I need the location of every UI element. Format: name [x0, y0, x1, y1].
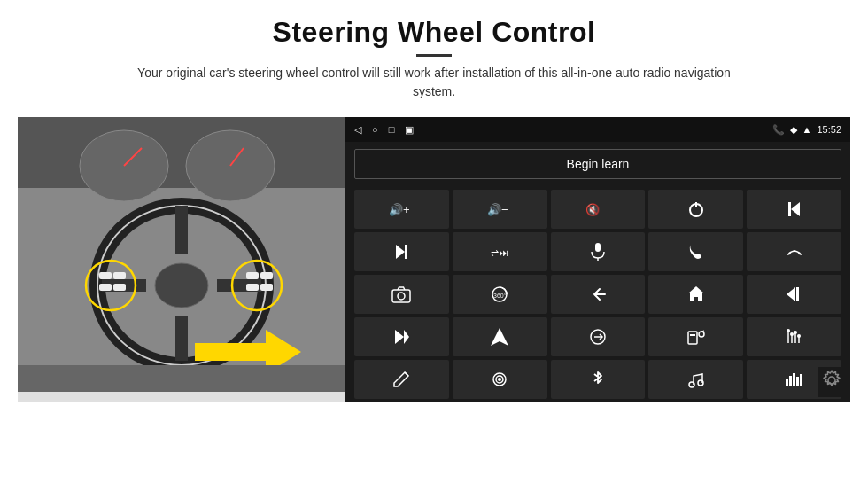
svg-marker-30 — [791, 202, 800, 216]
svg-point-58 — [794, 331, 797, 334]
svg-marker-46 — [491, 328, 508, 346]
skip-end-button[interactable] — [354, 317, 449, 356]
svg-point-38 — [398, 293, 405, 300]
svg-rect-21 — [260, 272, 273, 279]
svg-text:🔊−: 🔊− — [487, 202, 508, 217]
status-bar: ◁ ○ □ ▣ 📞 ◆ ▲ 15:52 — [345, 117, 850, 142]
svg-marker-45 — [404, 330, 409, 344]
svg-point-59 — [797, 334, 801, 338]
camera-button[interactable] — [354, 275, 449, 314]
svg-rect-20 — [246, 284, 259, 291]
svg-text:⇌⏭: ⇌⏭ — [491, 247, 508, 258]
svg-text:🔊+: 🔊+ — [389, 202, 410, 217]
begin-learn-row: Begin learn — [345, 142, 850, 186]
svg-rect-43 — [796, 287, 799, 301]
music-button[interactable]: * — [648, 360, 743, 399]
svg-rect-68 — [789, 376, 792, 386]
svg-rect-49 — [690, 334, 695, 336]
svg-rect-17 — [113, 272, 126, 279]
begin-learn-button[interactable]: Begin learn — [354, 149, 841, 179]
svg-rect-22 — [260, 284, 273, 291]
content-row: ◁ ○ □ ▣ 📞 ◆ ▲ 15:52 Begin learn — [18, 117, 850, 402]
gear-icon — [820, 369, 843, 392]
svg-point-57 — [790, 332, 794, 336]
360-button[interactable]: 360° — [453, 275, 547, 314]
svg-point-56 — [787, 329, 790, 332]
location-status-icon: ◆ — [790, 124, 797, 136]
svg-line-51 — [701, 331, 704, 332]
record-button[interactable] — [453, 360, 547, 399]
svg-rect-19 — [246, 272, 259, 279]
back-icon[interactable]: ◁ — [354, 124, 361, 136]
svg-rect-15 — [99, 272, 112, 279]
status-left: ◁ ○ □ ▣ — [354, 124, 414, 136]
hangup-button[interactable] — [747, 232, 841, 271]
phone-status-icon: 📞 — [772, 124, 785, 136]
mute-button[interactable]: 🔇 — [551, 190, 646, 229]
svg-rect-18 — [113, 284, 126, 291]
equalizer-button[interactable] — [747, 317, 841, 356]
svg-rect-37 — [392, 290, 410, 302]
vol-down-button[interactable]: 🔊− — [453, 190, 547, 229]
vol-up-button[interactable]: 🔊+ — [354, 190, 449, 229]
svg-rect-71 — [800, 374, 802, 386]
svg-rect-31 — [788, 202, 791, 216]
buttons-grid: 🔊+ 🔊− 🔇 — [345, 186, 850, 402]
wifi-status-icon: ▲ — [802, 124, 812, 135]
settings-area — [818, 367, 845, 397]
control-panel: ◁ ○ □ ▣ 📞 ◆ ▲ 15:52 Begin learn — [345, 117, 850, 402]
svg-rect-16 — [99, 284, 112, 291]
mic-button[interactable] — [551, 232, 646, 271]
back-nav-button[interactable] — [551, 275, 646, 314]
svg-marker-42 — [787, 287, 795, 301]
title-divider — [416, 54, 452, 57]
svg-rect-69 — [793, 373, 795, 386]
title-section: Steering Wheel Control Your original car… — [133, 16, 735, 112]
swap-button[interactable] — [551, 317, 646, 356]
settings-button[interactable] — [820, 369, 843, 394]
time-display: 15:52 — [817, 124, 841, 135]
svg-text:🔇: 🔇 — [585, 202, 601, 217]
signal-icon: ▣ — [405, 124, 414, 136]
edit-button[interactable] — [354, 360, 449, 399]
svg-rect-48 — [688, 332, 697, 344]
navigate-button[interactable] — [453, 317, 547, 356]
car-image-container — [18, 117, 345, 402]
phone-button[interactable] — [648, 232, 743, 271]
svg-marker-41 — [688, 286, 704, 301]
recent-icon[interactable]: □ — [389, 124, 395, 135]
svg-rect-70 — [796, 377, 799, 386]
page-title: Steering Wheel Control — [133, 16, 735, 49]
svg-point-72 — [828, 377, 835, 384]
status-right: 📞 ◆ ▲ 15:52 — [772, 124, 841, 136]
subtitle: Your original car's steering wheel contr… — [133, 64, 735, 101]
prev-button[interactable] — [747, 190, 841, 229]
rewind-button[interactable] — [747, 275, 841, 314]
svg-rect-67 — [786, 379, 788, 386]
media-button[interactable] — [648, 317, 743, 356]
svg-rect-24 — [18, 365, 345, 392]
home-nav-button[interactable] — [648, 275, 743, 314]
shuffle-button[interactable]: ⇌⏭ — [453, 232, 547, 271]
next-button[interactable] — [354, 232, 449, 271]
svg-point-12 — [155, 263, 208, 308]
svg-point-63 — [498, 378, 501, 381]
svg-rect-33 — [405, 245, 407, 259]
panel-wrapper: ◁ ○ □ ▣ 📞 ◆ ▲ 15:52 Begin learn — [345, 117, 850, 402]
svg-text:360°: 360° — [493, 293, 507, 299]
svg-marker-32 — [396, 245, 405, 259]
svg-line-60 — [405, 372, 408, 376]
power-button[interactable] — [648, 190, 743, 229]
bluetooth-button[interactable] — [551, 360, 646, 399]
svg-marker-44 — [395, 330, 404, 344]
svg-rect-1 — [18, 117, 345, 188]
svg-rect-35 — [595, 243, 601, 252]
page-wrapper: Steering Wheel Control Your original car… — [0, 0, 868, 484]
home-icon[interactable]: ○ — [372, 124, 378, 135]
svg-point-50 — [699, 332, 704, 337]
